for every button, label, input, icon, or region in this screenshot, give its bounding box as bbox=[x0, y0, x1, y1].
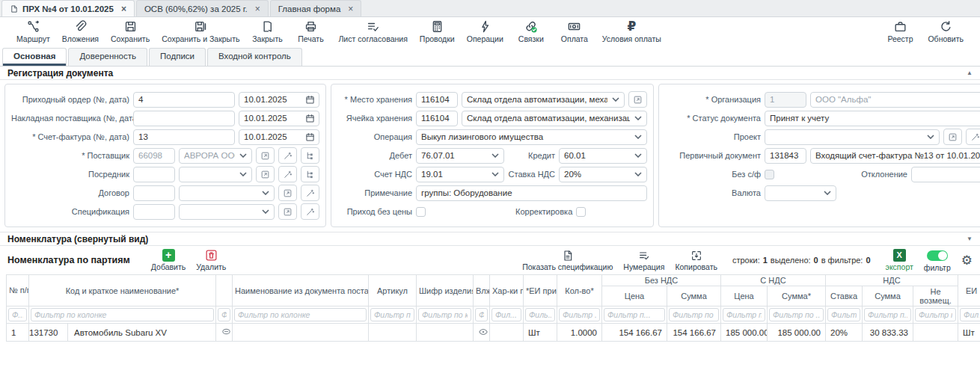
tab-signatures[interactable]: Подписи bbox=[149, 48, 206, 66]
collapse-icon[interactable]: ▼ bbox=[967, 235, 973, 242]
col-supplier-doc-name[interactable]: Наименование из документа поставщика bbox=[233, 275, 369, 306]
middleman-select[interactable] bbox=[179, 167, 252, 182]
close-icon[interactable]: × bbox=[348, 4, 353, 14]
show-spec-button[interactable]: Показать спецификацию bbox=[522, 250, 613, 271]
col-product-code[interactable]: Шифр изделия bbox=[417, 275, 474, 306]
add-row-button[interactable]: + Добавить bbox=[151, 249, 186, 271]
spec-code-field[interactable] bbox=[133, 204, 175, 220]
waybill-date-input[interactable] bbox=[239, 111, 319, 126]
batch-chars-cell[interactable] bbox=[490, 324, 524, 342]
operations-button[interactable]: Операции bbox=[461, 19, 509, 43]
col-qty[interactable]: Кол-во* bbox=[557, 275, 602, 306]
save-button[interactable]: Сохранить bbox=[105, 19, 156, 43]
supplier-code-field[interactable] bbox=[133, 148, 175, 164]
col-rate[interactable]: Ставка bbox=[826, 286, 863, 306]
filter-input[interactable] bbox=[370, 308, 414, 321]
toggle-on-icon[interactable] bbox=[927, 250, 948, 261]
refresh-button[interactable]: Обновить bbox=[922, 19, 970, 43]
route-button[interactable]: Маршрут bbox=[10, 19, 56, 43]
col-sum-no-vat[interactable]: Сумма bbox=[667, 286, 721, 306]
filter-input[interactable] bbox=[525, 308, 555, 321]
window-tab-main-form[interactable]: Главная форма × bbox=[270, 0, 362, 16]
primary-doc-select[interactable]: Входящий счет-фактура №13 от 10.01.2025 bbox=[810, 148, 980, 164]
supplier-select[interactable]: АВРОРА ООО bbox=[179, 148, 252, 164]
links-button[interactable]: Связки bbox=[509, 19, 553, 43]
filter-input[interactable] bbox=[491, 308, 521, 321]
payment-terms-button[interactable]: ₽ Условия оплаты bbox=[596, 19, 667, 43]
vat-rate-select[interactable]: 20% bbox=[559, 167, 647, 182]
open-card-button[interactable] bbox=[278, 185, 297, 201]
contract-code-field[interactable] bbox=[133, 185, 175, 201]
storage-code-field[interactable] bbox=[416, 92, 458, 108]
table-row[interactable]: 1 131730 Автомобиль Subaru XV Шт 1.000 bbox=[7, 324, 980, 342]
open-card-button[interactable] bbox=[628, 91, 647, 108]
credit-select[interactable]: 60.01 bbox=[559, 148, 647, 164]
middleman-code-field[interactable] bbox=[133, 167, 175, 182]
filter-input[interactable] bbox=[915, 308, 956, 321]
correction-checkbox[interactable] bbox=[576, 207, 586, 217]
filter-input[interactable] bbox=[769, 308, 824, 321]
save-and-close-button[interactable]: Сохранить и Закрыть bbox=[156, 19, 245, 43]
status-select[interactable]: Принят к учету bbox=[765, 111, 980, 126]
copy-button[interactable]: Копировать bbox=[675, 250, 717, 271]
approval-sheet-button[interactable]: Лист согласования bbox=[332, 19, 413, 43]
organization-select[interactable]: ООО "Альфа" bbox=[810, 92, 980, 108]
accept-unit-cell[interactable]: Шт bbox=[524, 324, 557, 342]
open-card-button[interactable] bbox=[256, 166, 275, 182]
sum-vat-cell[interactable]: 185 000.00 bbox=[768, 324, 826, 342]
storage-cell-code-field[interactable] bbox=[416, 111, 458, 126]
attachments-button[interactable]: Вложения bbox=[56, 19, 105, 43]
no-price-checkbox[interactable] bbox=[416, 207, 426, 217]
filter-input[interactable] bbox=[559, 308, 600, 321]
col-vat-sum[interactable]: Сумма bbox=[863, 286, 913, 306]
qty-cell[interactable]: 1.0000 bbox=[557, 324, 602, 342]
payment-button[interactable]: Оплата bbox=[553, 19, 596, 43]
vlozh-cell[interactable] bbox=[474, 324, 490, 342]
window-tab-osv[interactable]: ОСВ (60%,62%) за 2025 г. × bbox=[136, 0, 269, 16]
waybill-number-field[interactable] bbox=[133, 111, 235, 126]
operation-select[interactable]: Выкуп лизингового имущества bbox=[416, 129, 647, 145]
col-sum-vat[interactable]: Сумма* bbox=[768, 286, 826, 306]
postings-button[interactable]: Проводки bbox=[414, 19, 461, 43]
magic-wand-button[interactable] bbox=[301, 185, 319, 201]
window-tab-document[interactable]: ПРХ №4 от 10.01.2025 × bbox=[1, 0, 135, 16]
project-select[interactable] bbox=[765, 129, 940, 145]
vat-account-select[interactable]: 19.01 bbox=[416, 167, 504, 182]
collapse-icon[interactable]: ▲ bbox=[967, 70, 973, 76]
filter-input[interactable] bbox=[475, 308, 488, 321]
filter-input[interactable] bbox=[604, 308, 665, 321]
filter-input[interactable] bbox=[418, 308, 471, 321]
filter-input[interactable] bbox=[218, 308, 230, 321]
filter-input[interactable] bbox=[827, 308, 860, 321]
order-date-input[interactable] bbox=[239, 92, 319, 108]
close-icon[interactable]: × bbox=[121, 4, 126, 14]
unit-cell[interactable]: Шт bbox=[958, 324, 980, 342]
rate-cell[interactable]: 20% bbox=[826, 324, 863, 342]
registry-button[interactable]: Реестр bbox=[878, 19, 922, 43]
note-field[interactable] bbox=[416, 185, 647, 201]
open-card-button[interactable] bbox=[943, 129, 962, 145]
filter-input[interactable] bbox=[234, 308, 367, 321]
magic-wand-button[interactable] bbox=[278, 166, 297, 182]
tab-main[interactable]: Основная bbox=[2, 48, 67, 66]
invoice-date-input[interactable] bbox=[239, 129, 319, 145]
invoice-number-field[interactable] bbox=[133, 129, 235, 145]
invoice-date-field[interactable] bbox=[239, 129, 319, 145]
col-unit[interactable]: ЕИ bbox=[958, 275, 980, 306]
filter-input[interactable] bbox=[723, 308, 765, 321]
magic-wand-button[interactable] bbox=[966, 129, 980, 145]
close-button[interactable]: Закрыть bbox=[245, 19, 289, 43]
non-refund-cell[interactable] bbox=[913, 324, 958, 342]
tab-input-control[interactable]: Входной контроль bbox=[207, 48, 302, 66]
col-batch-chars[interactable]: Хар-ки партии bbox=[490, 275, 524, 306]
article-cell[interactable] bbox=[369, 324, 417, 342]
col-accept-unit[interactable]: *ЕИ приемки bbox=[524, 275, 557, 306]
order-number-field[interactable] bbox=[133, 92, 235, 108]
filter-input[interactable] bbox=[960, 308, 980, 321]
price-vat-cell[interactable]: 185 000.00 bbox=[721, 324, 768, 342]
print-button[interactable]: Печать bbox=[289, 19, 332, 43]
close-icon[interactable]: × bbox=[255, 4, 260, 14]
sum-no-vat-cell[interactable]: 154 166.67 bbox=[667, 324, 721, 342]
col-article[interactable]: Артикул bbox=[369, 275, 417, 306]
product-code-cell[interactable] bbox=[417, 324, 474, 342]
